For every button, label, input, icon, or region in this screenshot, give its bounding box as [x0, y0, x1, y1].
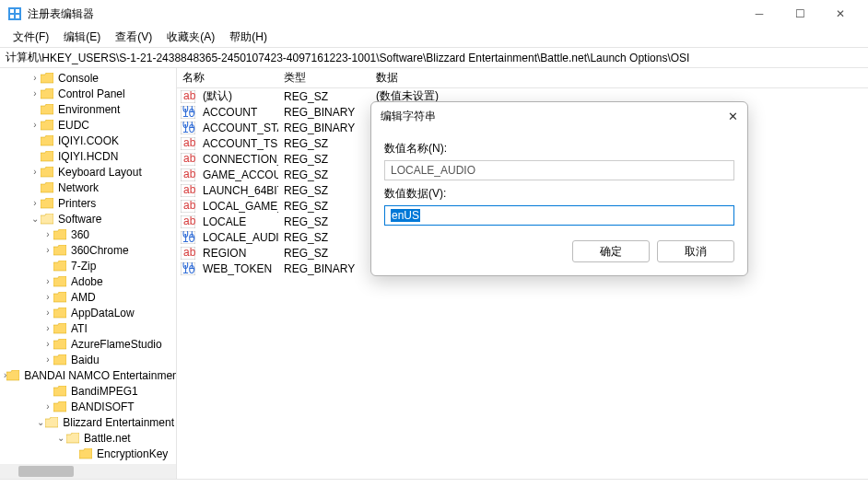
minimize-button[interactable]: ─	[739, 0, 780, 28]
tree-item-azureflamestudio[interactable]: ›AzureFlameStudio	[0, 336, 176, 352]
folder-icon	[66, 433, 79, 444]
cell-type: REG_SZ	[278, 153, 370, 166]
menu-view[interactable]: 查看(V)	[108, 29, 159, 45]
tree-item-appdatalow[interactable]: ›AppDataLow	[0, 305, 176, 320]
cancel-button[interactable]: 取消	[657, 240, 734, 262]
cell-name: LOCALE_AUDIO	[197, 231, 278, 244]
cell-name: CONNECTION_...	[197, 153, 278, 166]
tree-item-console[interactable]: ›Console	[0, 70, 176, 86]
tree-item-bandisoft[interactable]: ›BANDISOFT	[0, 399, 176, 414]
menu-edit[interactable]: 编辑(E)	[56, 29, 108, 45]
tree-item-label: 7-Zip	[69, 260, 98, 273]
tree-item-control-panel[interactable]: ›Control Panel	[0, 86, 176, 101]
col-header-data[interactable]: 数据	[370, 70, 868, 86]
svg-text:1001: 1001	[182, 263, 195, 275]
address-path: \HKEY_USERS\S-1-21-2438848365-2450107423…	[39, 52, 689, 64]
folder-icon	[53, 354, 66, 366]
chevron-icon[interactable]: ⌄	[55, 433, 66, 443]
tree-view[interactable]: ›Console›Control PanelEnvironment›EUDCIQ…	[0, 68, 177, 479]
chevron-icon[interactable]: ›	[42, 276, 53, 286]
chevron-icon[interactable]: ›	[42, 354, 53, 365]
dialog-close-icon[interactable]: ✕	[728, 110, 738, 123]
tree-item-adobe[interactable]: ›Adobe	[0, 273, 176, 289]
string-value-icon: ab	[181, 247, 195, 260]
chevron-icon[interactable]: ›	[29, 120, 41, 130]
chevron-icon[interactable]: ›	[42, 229, 53, 239]
tree-item-baidu[interactable]: ›Baidu	[0, 352, 176, 367]
col-header-name[interactable]: 名称	[177, 70, 278, 86]
tree-item-ati[interactable]: ›ATI	[0, 320, 176, 336]
svg-text:1001: 1001	[182, 232, 195, 244]
tree-item-eudc[interactable]: ›EUDC	[0, 117, 176, 133]
tree-item-label: Blizzard Entertainment	[61, 416, 176, 429]
cell-type: REG_SZ	[278, 247, 370, 260]
folder-icon	[53, 308, 66, 319]
tree-item-7-zip[interactable]: 7-Zip	[0, 258, 176, 273]
address-prefix: 计算机	[6, 50, 39, 65]
scrollbar-thumb[interactable]	[18, 466, 74, 477]
chevron-icon[interactable]: ›	[42, 308, 53, 318]
binary-value-icon: 01101001	[181, 122, 195, 134]
tree-item-label: IQIYI.HCDN	[56, 150, 120, 163]
value-data-input[interactable]: enUS	[384, 205, 734, 226]
tree-item-label: IQIYI.COOK	[56, 134, 121, 147]
chevron-icon[interactable]: ›	[29, 167, 41, 177]
string-value-icon: ab	[181, 168, 195, 181]
chevron-icon[interactable]: ›	[42, 245, 53, 255]
chevron-icon[interactable]: ⌄	[29, 214, 41, 224]
binary-value-icon: 01101001	[181, 262, 195, 275]
chevron-icon[interactable]: ›	[42, 292, 53, 302]
chevron-icon[interactable]: ›	[42, 323, 53, 333]
col-header-type[interactable]: 类型	[278, 70, 370, 86]
chevron-icon[interactable]: ⌄	[36, 417, 45, 427]
maximize-button[interactable]: ☐	[780, 0, 820, 28]
tree-item-label: Software	[56, 213, 103, 226]
tree-item-encryptionkey[interactable]: EncryptionKey	[0, 446, 176, 461]
chevron-icon[interactable]: ›	[42, 339, 53, 349]
tree-item-iqiyi-hcdn[interactable]: IQIYI.HCDN	[0, 148, 176, 164]
address-bar[interactable]: 计算机\HKEY_USERS\S-1-21-2438848365-2450107…	[0, 48, 868, 68]
close-button[interactable]: ✕	[820, 0, 861, 28]
folder-icon	[41, 88, 53, 99]
tree-item-amd[interactable]: ›AMD	[0, 289, 176, 305]
folder-icon	[53, 339, 66, 350]
menu-help[interactable]: 帮助(H)	[222, 29, 275, 45]
chevron-icon[interactable]: ›	[29, 88, 41, 99]
tree-item-label: AMD	[69, 291, 98, 304]
binary-value-icon: 01101001	[181, 231, 195, 244]
cell-type: REG_SZ	[278, 215, 370, 228]
menu-file[interactable]: 文件(F)	[6, 29, 56, 45]
tree-item-bandimpeg1[interactable]: BandiMPEG1	[0, 383, 176, 399]
folder-icon	[41, 104, 53, 115]
tree-item-label: Keyboard Layout	[56, 166, 144, 179]
tree-scrollbar[interactable]	[0, 464, 176, 479]
chevron-icon[interactable]: ›	[29, 73, 41, 83]
tree-item-blizzard-entertainment[interactable]: ⌄Blizzard Entertainment	[0, 414, 176, 430]
cell-type: REG_SZ	[278, 231, 370, 244]
tree-item-printers[interactable]: ›Printers	[0, 195, 176, 211]
folder-icon	[41, 214, 53, 225]
tree-item-360[interactable]: ›360	[0, 226, 176, 242]
tree-item-keyboard-layout[interactable]: ›Keyboard Layout	[0, 164, 176, 180]
cell-type: REG_SZ	[278, 200, 370, 213]
tree-item-360chrome[interactable]: ›360Chrome	[0, 242, 176, 258]
svg-text:ab: ab	[183, 168, 195, 180]
menu-favorites[interactable]: 收藏夹(A)	[159, 29, 222, 45]
svg-rect-2	[16, 9, 19, 13]
tree-item-battle-net[interactable]: ⌄Battle.net	[0, 430, 176, 446]
svg-text:1001: 1001	[182, 107, 195, 119]
chevron-icon[interactable]: ›	[29, 198, 41, 208]
tree-item-label: EUDC	[56, 119, 91, 132]
tree-item-environment[interactable]: Environment	[0, 101, 176, 117]
cell-type: REG_SZ	[278, 137, 370, 150]
ok-button[interactable]: 确定	[572, 240, 650, 262]
cell-name: REGION	[197, 247, 278, 260]
string-value-icon: ab	[181, 200, 195, 213]
tree-item-network[interactable]: Network	[0, 180, 176, 195]
cell-name: (默认)	[197, 88, 278, 104]
chevron-icon[interactable]: ›	[42, 401, 53, 412]
tree-item-bandai-namco-entertainment[interactable]: ›BANDAI NAMCO Entertainment	[0, 367, 176, 383]
string-value-icon: ab	[181, 215, 195, 228]
tree-item-iqiyi-cook[interactable]: IQIYI.COOK	[0, 133, 176, 148]
tree-item-software[interactable]: ⌄Software	[0, 211, 176, 226]
